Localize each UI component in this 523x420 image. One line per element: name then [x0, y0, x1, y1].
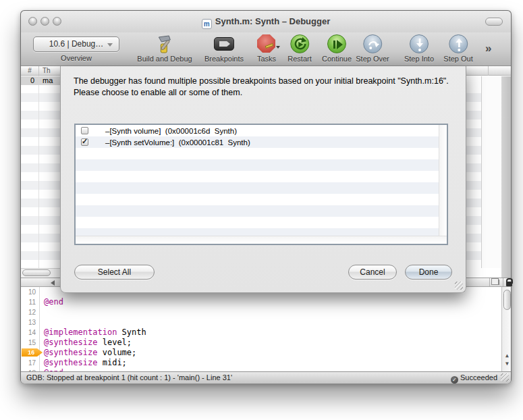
counterparts-icon[interactable] — [493, 280, 499, 285]
scroll-down-icon[interactable]: ▼ — [502, 361, 511, 367]
line-number[interactable]: 14 — [21, 327, 36, 338]
code-editor[interactable]: 101112131415161718 @end@implementation S… — [21, 287, 511, 371]
line-number[interactable]: 12 — [21, 307, 36, 317]
code-line: @synthesize volume; — [44, 348, 136, 358]
gdb-status-text: GDB: Stopped at breakpoint 1 (hit count … — [26, 373, 232, 382]
step-into-button[interactable]: Step Into — [404, 34, 434, 63]
scroll-up-icon[interactable]: ▲ — [502, 352, 511, 359]
objc-file-icon: m — [202, 19, 212, 29]
editor-gutter[interactable]: 101112131415161718 — [21, 287, 40, 371]
step-out-icon — [447, 34, 469, 54]
step-over-label: Step Over — [356, 55, 389, 63]
tasks-caret-icon — [276, 46, 280, 49]
build-and-debug-button[interactable]: Build and Debug — [137, 34, 192, 63]
overview-label: Overview — [33, 54, 119, 62]
cancel-button[interactable]: Cancel — [348, 265, 397, 280]
sheet-resize-grip[interactable] — [455, 282, 463, 290]
editor-vscrollbar-thumb[interactable] — [503, 290, 511, 310]
step-out-button[interactable]: Step Out — [443, 34, 472, 63]
column-header-thread[interactable]: Th — [43, 66, 51, 76]
toolbar-toggle-button[interactable] — [485, 18, 503, 26]
checkbox-checked[interactable] — [81, 138, 88, 146]
step-into-icon — [408, 34, 430, 54]
debugger-window: mSynth.m: Synth – Debugger 10.6 | Debug…… — [20, 10, 512, 384]
breakpoint-row[interactable]: –[Synth setVolume:] (0x00001c81 Synth) — [76, 136, 439, 148]
succeeded-label: Succeeded — [460, 373, 497, 382]
continue-label: Continue — [322, 55, 352, 63]
build-and-debug-label: Build and Debug — [137, 55, 192, 63]
column-header-number[interactable]: # — [21, 66, 38, 76]
toolbar-overflow-button[interactable]: » — [485, 42, 491, 55]
line-number[interactable]: 10 — [21, 287, 36, 297]
list-hscrollbar-track[interactable] — [76, 236, 447, 244]
list-vscrollbar-track[interactable] — [439, 125, 447, 236]
breakpoint-label: –[Synth setVolume:] (0x00001c81 Synth) — [105, 138, 250, 147]
succeeded-icon: ✓ — [451, 376, 458, 384]
code-line: @end — [44, 297, 63, 307]
checkbox-unchecked[interactable] — [81, 127, 88, 134]
breakpoint-label: –[Synth volume] (0x00001c6d Synth) — [105, 127, 237, 135]
overview-popup-group: 10.6 | Debug… Overview — [33, 36, 119, 62]
code-line: @synthesize midi; — [44, 358, 127, 368]
breakpoints-icon — [213, 34, 235, 54]
breakpoints-rows: –[Synth volume] (0x00001c6d Synth)–[Synt… — [76, 125, 439, 236]
code-line: @implementation Synth — [44, 327, 146, 338]
step-into-label: Step Into — [404, 55, 434, 63]
editor-vscrollbar[interactable]: ▲ ▼ — [501, 287, 511, 371]
breakpoint-row[interactable]: –[Synth volume] (0x00001c6d Synth) — [76, 125, 439, 136]
window-title-wrap: mSynth.m: Synth – Debugger — [21, 16, 511, 29]
lock-icon[interactable] — [506, 282, 512, 286]
restart-button[interactable]: Restart — [287, 34, 311, 63]
code-line: @synthesize level; — [44, 338, 132, 348]
breakpoints-list: –[Synth volume] (0x00001c6d Synth)–[Synt… — [74, 124, 448, 245]
step-over-button[interactable]: Step Over — [356, 34, 389, 63]
threads-hscrollbar-thumb[interactable] — [22, 269, 51, 276]
titlebar: mSynth.m: Synth – Debugger — [21, 11, 511, 32]
overview-popup[interactable]: 10.6 | Debug… — [33, 36, 119, 52]
window-resize-grip[interactable] — [501, 373, 509, 382]
restart-icon — [289, 34, 310, 54]
back-arrow-icon[interactable] — [51, 280, 55, 286]
step-out-label: Step Out — [443, 55, 472, 63]
window-title: Synth.m: Synth – Debugger — [215, 16, 330, 26]
variables-scrollbar-track[interactable] — [481, 76, 501, 268]
line-number[interactable]: 17 — [21, 358, 36, 368]
popup-arrow-icon — [107, 43, 113, 47]
line-number[interactable]: 11 — [21, 297, 36, 307]
breakpoint-arrow-marker[interactable]: 16 — [22, 348, 43, 357]
overview-popup-value: 10.6 | Debug… — [49, 39, 104, 49]
build-status: ✓Succeeded — [451, 373, 497, 384]
line-number[interactable]: 13 — [21, 317, 36, 327]
sheet-message: The debugger has found multiple possible… — [74, 76, 456, 99]
statusbar: GDB: Stopped at breakpoint 1 (hit count … — [21, 371, 511, 384]
done-button[interactable]: Done — [405, 265, 452, 280]
continue-icon — [326, 34, 348, 54]
line-number[interactable]: 15 — [21, 338, 36, 348]
hammer-icon — [154, 34, 175, 54]
select-all-button[interactable]: Select All — [74, 265, 155, 280]
toolbar: 10.6 | Debug… Overview Build and Debug B… — [21, 32, 511, 66]
breakpoints-sheet: The debugger has found multiple possible… — [60, 66, 466, 293]
breakpoints-label: Breakpoints — [204, 55, 244, 63]
continue-button[interactable]: Continue — [322, 34, 352, 63]
tasks-icon — [256, 34, 277, 54]
tasks-label: Tasks — [256, 55, 277, 63]
restart-label: Restart — [287, 55, 311, 63]
step-over-icon — [362, 34, 383, 54]
tasks-button[interactable]: Tasks — [256, 34, 277, 63]
breakpoints-button[interactable]: Breakpoints — [204, 34, 244, 63]
